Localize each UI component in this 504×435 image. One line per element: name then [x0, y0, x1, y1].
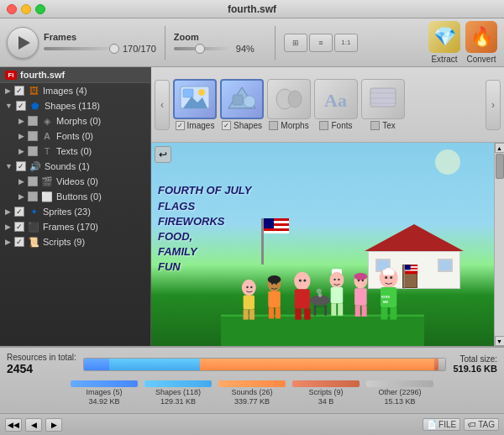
type-item-fonts[interactable]: Aa Fonts — [314, 79, 358, 130]
type-item-shapes[interactable]: ✓ Shapes — [220, 79, 264, 130]
scripts-label: Scripts (9) — [43, 237, 85, 247]
fonts-checkbox[interactable] — [28, 131, 38, 141]
type-item-tex[interactable]: Tex — [361, 79, 405, 130]
file-label: FILE — [438, 420, 456, 429]
morphs-checkbox[interactable] — [28, 116, 38, 126]
frames-label: Frames — [44, 32, 76, 42]
play-button[interactable] — [7, 27, 39, 59]
resources-count-area: Resources in total: 2454 — [7, 353, 76, 375]
sidebar-item-shapes[interactable]: ▼ ✓ ⬟ Shapes (118) — [0, 98, 150, 113]
sidebar-file-header: Fl fourth.swf — [0, 67, 150, 83]
prev-type-button[interactable]: ‹ — [155, 80, 170, 130]
shapes-checkbox[interactable]: ✓ — [16, 101, 26, 111]
status-bar: ◀◀ ◀ ▶ 📄 FILE 🏷 TAG — [0, 413, 504, 435]
images-type-checkbox[interactable]: ✓ — [176, 121, 185, 130]
morphs-icon-box — [267, 79, 311, 119]
sprites-checkbox[interactable]: ✓ — [14, 207, 24, 217]
maximize-button[interactable] — [35, 4, 45, 14]
pb-sounds — [200, 359, 435, 370]
svg-rect-32 — [304, 308, 310, 319]
list-view-button[interactable]: ≡ — [309, 34, 333, 52]
file-view-button[interactable]: 📄 FILE — [423, 418, 460, 431]
sidebar-item-frames[interactable]: ▶ ✓ ⬛ Frames (170) — [0, 219, 150, 234]
buttons-checkbox[interactable] — [28, 191, 38, 202]
shapes-type-checkbox[interactable]: ✓ — [222, 121, 231, 130]
svg-rect-43 — [331, 303, 336, 316]
svg-text:ME: ME — [383, 300, 389, 304]
text-line-3: FIREWORKS — [158, 214, 251, 229]
videos-label: Videos (0) — [56, 176, 98, 186]
frames-section: Frames 170/170 — [44, 32, 156, 54]
total-size-area: Total size: 519.16 KB — [453, 354, 497, 374]
tex-type-checkbox[interactable] — [370, 121, 380, 130]
sounds-checkbox[interactable]: ✓ — [16, 161, 26, 171]
stats-top-row: Resources in total: 2454 Total size: 519… — [7, 353, 497, 375]
flag-canton — [264, 218, 274, 228]
frames-checkbox[interactable]: ✓ — [14, 222, 24, 232]
undo-button[interactable]: ↩ — [155, 146, 171, 163]
videos-checkbox[interactable] — [28, 176, 38, 186]
nav-back-button[interactable]: ◀◀ — [5, 418, 22, 432]
frames-slider[interactable] — [44, 47, 119, 50]
nav-next-button[interactable]: ▶ — [45, 418, 62, 432]
scripts-checkbox[interactable]: ✓ — [14, 237, 24, 247]
sidebar-item-texts[interactable]: ▶ T Texts (0) — [0, 144, 150, 159]
sidebar-item-buttons[interactable]: ▶ ⬜ Buttons (0) — [0, 189, 150, 204]
sidebar-item-morphs[interactable]: ▶ ◈ Morphs (0) — [0, 113, 150, 128]
sidebar-item-scripts[interactable]: ▶ ✓ 📜 Scripts (9) — [0, 234, 150, 249]
stats-bottom-row: Images (5) 34.92 KB Shapes (118) 129.31 … — [7, 380, 497, 406]
scripts-stat-name: Scripts (9) — [308, 388, 343, 396]
svg-point-3 — [198, 89, 205, 96]
sounds-bar — [218, 380, 286, 387]
other-bar — [366, 380, 433, 387]
svg-rect-30 — [295, 289, 310, 308]
sidebar-item-images[interactable]: ▶ ✓ 🖼 Images (4) — [0, 83, 150, 98]
images-icon-box — [173, 79, 217, 119]
extract-button-group[interactable]: 💎 Extract — [428, 21, 460, 64]
svg-rect-18 — [244, 309, 249, 319]
other-stat-name: Other (2296) — [378, 388, 421, 396]
pb-images — [84, 359, 109, 370]
scroll-up-button[interactable]: ▲ — [495, 143, 505, 153]
sidebar-item-sprites[interactable]: ▶ ✓ ✦ Sprites (23) — [0, 204, 150, 219]
convert-button-group[interactable]: 🔥 Convert — [465, 21, 497, 64]
frames-slider-row: 170/170 — [44, 44, 156, 54]
images-stat-size: 34.92 KB — [88, 397, 119, 406]
sidebar-filename: fourth.swf — [20, 70, 65, 80]
text-line-2: FLAGS — [158, 199, 251, 214]
scroll-track — [495, 153, 505, 336]
scroll-thumb[interactable] — [496, 154, 504, 179]
morphs-type-checkbox[interactable] — [269, 121, 278, 130]
tag-view-button[interactable]: 🏷 TAG — [464, 418, 499, 431]
grid-view-button[interactable]: ⊞ — [284, 34, 307, 52]
fonts-type-checkbox[interactable] — [319, 121, 328, 130]
shapes-icon-box — [220, 79, 264, 119]
texts-label: Texts (0) — [56, 146, 92, 156]
divider-1 — [165, 26, 165, 60]
onetoone-view-button[interactable]: 1:1 — [334, 34, 358, 52]
sounds-stat-size: 339.77 KB — [234, 397, 270, 406]
svg-rect-44 — [338, 303, 343, 316]
sidebar-item-fonts[interactable]: ▶ A Fonts (0) — [0, 128, 150, 144]
svg-point-33 — [299, 279, 302, 281]
scroll-down-button[interactable]: ▼ — [495, 336, 505, 346]
nav-prev-button[interactable]: ◀ — [25, 418, 42, 432]
texts-checkbox[interactable] — [28, 146, 38, 156]
minimize-button[interactable] — [21, 4, 31, 14]
convert-icon: 🔥 — [465, 21, 497, 53]
sidebar: Fl fourth.swf ▶ ✓ 🖼 Images (4) ▼ ✓ ⬟ Sha… — [0, 67, 151, 346]
sidebar-item-videos[interactable]: ▶ 🎬 Videos (0) — [0, 174, 150, 189]
zoom-slider[interactable] — [174, 47, 233, 50]
sounds-label: Sounds (1) — [45, 161, 90, 171]
svg-point-20 — [246, 286, 248, 288]
type-item-morphs[interactable]: Morphs — [267, 79, 311, 130]
svg-rect-64 — [404, 265, 405, 290]
images-checkbox[interactable]: ✓ — [14, 86, 24, 96]
svg-point-39 — [317, 289, 322, 294]
next-type-button[interactable]: › — [486, 80, 501, 130]
fl-badge: Fl — [5, 71, 17, 80]
close-button[interactable] — [7, 4, 17, 14]
type-item-images[interactable]: ✓ Images — [173, 79, 217, 130]
sidebar-item-sounds[interactable]: ▼ ✓ 🔊 Sounds (1) — [0, 159, 150, 174]
scripts-bar — [292, 380, 360, 387]
